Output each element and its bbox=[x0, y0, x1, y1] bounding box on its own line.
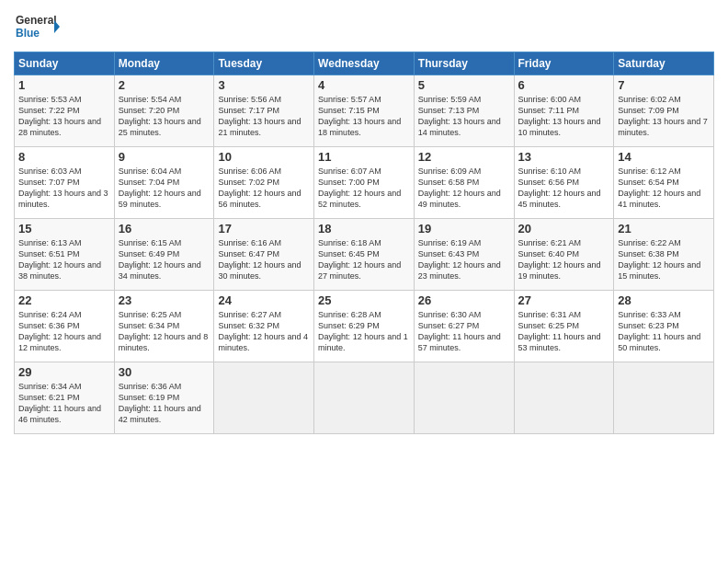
day-number: 30 bbox=[119, 365, 210, 379]
day-details: Sunrise: 6:09 AM Sunset: 6:58 PM Dayligh… bbox=[418, 166, 510, 211]
logo: General Blue bbox=[14, 9, 60, 44]
day-cell: 1Sunrise: 5:53 AM Sunset: 7:22 PM Daylig… bbox=[15, 75, 115, 147]
col-header-wednesday: Wednesday bbox=[314, 52, 415, 75]
day-cell: 30Sunrise: 6:36 AM Sunset: 6:19 PM Dayli… bbox=[114, 362, 214, 434]
svg-text:Blue: Blue bbox=[16, 27, 40, 40]
day-details: Sunrise: 6:19 AM Sunset: 6:43 PM Dayligh… bbox=[418, 237, 510, 282]
day-cell: 18Sunrise: 6:18 AM Sunset: 6:45 PM Dayli… bbox=[314, 219, 415, 291]
calendar-table: SundayMondayTuesdayWednesdayThursdayFrid… bbox=[14, 52, 714, 434]
day-number: 17 bbox=[218, 222, 310, 236]
col-header-sunday: Sunday bbox=[15, 52, 115, 75]
day-details: Sunrise: 6:13 AM Sunset: 6:51 PM Dayligh… bbox=[18, 237, 110, 282]
day-details: Sunrise: 5:59 AM Sunset: 7:13 PM Dayligh… bbox=[418, 94, 510, 139]
week-row-3: 15Sunrise: 6:13 AM Sunset: 6:51 PM Dayli… bbox=[15, 219, 714, 291]
day-details: Sunrise: 6:24 AM Sunset: 6:36 PM Dayligh… bbox=[18, 309, 110, 354]
day-number: 10 bbox=[218, 150, 310, 164]
day-number: 6 bbox=[518, 78, 610, 92]
day-number: 20 bbox=[518, 222, 610, 236]
col-header-saturday: Saturday bbox=[614, 52, 714, 75]
day-number: 1 bbox=[18, 78, 110, 92]
day-details: Sunrise: 6:00 AM Sunset: 7:11 PM Dayligh… bbox=[518, 94, 610, 139]
day-cell: 17Sunrise: 6:16 AM Sunset: 6:47 PM Dayli… bbox=[214, 219, 314, 291]
day-cell: 19Sunrise: 6:19 AM Sunset: 6:43 PM Dayli… bbox=[414, 219, 514, 291]
day-number: 14 bbox=[618, 150, 710, 164]
day-details: Sunrise: 6:33 AM Sunset: 6:23 PM Dayligh… bbox=[618, 309, 710, 354]
day-details: Sunrise: 6:12 AM Sunset: 6:54 PM Dayligh… bbox=[618, 166, 710, 211]
day-cell bbox=[314, 362, 415, 434]
logo-svg: General Blue bbox=[14, 9, 60, 44]
day-details: Sunrise: 6:22 AM Sunset: 6:38 PM Dayligh… bbox=[618, 237, 710, 282]
day-cell: 21Sunrise: 6:22 AM Sunset: 6:38 PM Dayli… bbox=[614, 219, 714, 291]
day-number: 7 bbox=[618, 78, 710, 92]
day-number: 5 bbox=[418, 78, 510, 92]
day-details: Sunrise: 6:15 AM Sunset: 6:49 PM Dayligh… bbox=[119, 237, 210, 282]
day-cell: 29Sunrise: 6:34 AM Sunset: 6:21 PM Dayli… bbox=[15, 362, 115, 434]
day-details: Sunrise: 5:57 AM Sunset: 7:15 PM Dayligh… bbox=[318, 94, 410, 139]
day-number: 18 bbox=[318, 222, 410, 236]
day-cell: 6Sunrise: 6:00 AM Sunset: 7:11 PM Daylig… bbox=[514, 75, 614, 147]
day-cell bbox=[214, 362, 314, 434]
day-details: Sunrise: 6:34 AM Sunset: 6:21 PM Dayligh… bbox=[18, 381, 110, 426]
day-cell bbox=[614, 362, 714, 434]
day-cell: 26Sunrise: 6:30 AM Sunset: 6:27 PM Dayli… bbox=[414, 291, 514, 362]
day-details: Sunrise: 6:03 AM Sunset: 7:07 PM Dayligh… bbox=[18, 166, 110, 211]
header: General Blue bbox=[14, 9, 714, 44]
day-cell bbox=[414, 362, 514, 434]
day-details: Sunrise: 6:28 AM Sunset: 6:29 PM Dayligh… bbox=[318, 309, 410, 354]
day-details: Sunrise: 6:16 AM Sunset: 6:47 PM Dayligh… bbox=[218, 237, 310, 282]
day-cell: 8Sunrise: 6:03 AM Sunset: 7:07 PM Daylig… bbox=[15, 147, 115, 219]
day-details: Sunrise: 6:18 AM Sunset: 6:45 PM Dayligh… bbox=[318, 237, 410, 282]
day-cell: 7Sunrise: 6:02 AM Sunset: 7:09 PM Daylig… bbox=[614, 75, 714, 147]
week-row-1: 1Sunrise: 5:53 AM Sunset: 7:22 PM Daylig… bbox=[15, 75, 714, 147]
day-number: 24 bbox=[218, 293, 310, 307]
day-number: 2 bbox=[119, 78, 210, 92]
day-cell: 24Sunrise: 6:27 AM Sunset: 6:32 PM Dayli… bbox=[214, 291, 314, 362]
day-details: Sunrise: 6:25 AM Sunset: 6:34 PM Dayligh… bbox=[119, 309, 210, 354]
days-header-row: SundayMondayTuesdayWednesdayThursdayFrid… bbox=[15, 52, 714, 75]
day-number: 22 bbox=[18, 293, 110, 307]
day-cell bbox=[514, 362, 614, 434]
day-number: 25 bbox=[318, 293, 410, 307]
day-number: 19 bbox=[418, 222, 510, 236]
day-cell: 28Sunrise: 6:33 AM Sunset: 6:23 PM Dayli… bbox=[614, 291, 714, 362]
day-cell: 25Sunrise: 6:28 AM Sunset: 6:29 PM Dayli… bbox=[314, 291, 415, 362]
day-number: 29 bbox=[18, 365, 110, 379]
day-details: Sunrise: 5:54 AM Sunset: 7:20 PM Dayligh… bbox=[119, 94, 210, 139]
day-details: Sunrise: 6:07 AM Sunset: 7:00 PM Dayligh… bbox=[318, 166, 410, 211]
day-cell: 12Sunrise: 6:09 AM Sunset: 6:58 PM Dayli… bbox=[414, 147, 514, 219]
day-number: 3 bbox=[218, 78, 310, 92]
week-row-4: 22Sunrise: 6:24 AM Sunset: 6:36 PM Dayli… bbox=[15, 291, 714, 362]
day-details: Sunrise: 6:04 AM Sunset: 7:04 PM Dayligh… bbox=[119, 166, 210, 211]
day-number: 8 bbox=[18, 150, 110, 164]
svg-text:General: General bbox=[16, 14, 57, 27]
day-details: Sunrise: 6:30 AM Sunset: 6:27 PM Dayligh… bbox=[418, 309, 510, 354]
day-number: 4 bbox=[318, 78, 410, 92]
day-number: 23 bbox=[119, 293, 210, 307]
day-details: Sunrise: 6:10 AM Sunset: 6:56 PM Dayligh… bbox=[518, 166, 610, 211]
day-cell: 13Sunrise: 6:10 AM Sunset: 6:56 PM Dayli… bbox=[514, 147, 614, 219]
week-row-2: 8Sunrise: 6:03 AM Sunset: 7:07 PM Daylig… bbox=[15, 147, 714, 219]
day-number: 15 bbox=[18, 222, 110, 236]
day-cell: 22Sunrise: 6:24 AM Sunset: 6:36 PM Dayli… bbox=[15, 291, 115, 362]
day-number: 27 bbox=[518, 293, 610, 307]
day-number: 28 bbox=[618, 293, 710, 307]
day-details: Sunrise: 6:21 AM Sunset: 6:40 PM Dayligh… bbox=[518, 237, 610, 282]
day-details: Sunrise: 6:06 AM Sunset: 7:02 PM Dayligh… bbox=[218, 166, 310, 211]
day-cell: 27Sunrise: 6:31 AM Sunset: 6:25 PM Dayli… bbox=[514, 291, 614, 362]
day-cell: 9Sunrise: 6:04 AM Sunset: 7:04 PM Daylig… bbox=[114, 147, 214, 219]
day-details: Sunrise: 5:53 AM Sunset: 7:22 PM Dayligh… bbox=[18, 94, 110, 139]
day-cell: 16Sunrise: 6:15 AM Sunset: 6:49 PM Dayli… bbox=[114, 219, 214, 291]
week-row-5: 29Sunrise: 6:34 AM Sunset: 6:21 PM Dayli… bbox=[15, 362, 714, 434]
day-cell: 5Sunrise: 5:59 AM Sunset: 7:13 PM Daylig… bbox=[414, 75, 514, 147]
day-cell: 3Sunrise: 5:56 AM Sunset: 7:17 PM Daylig… bbox=[214, 75, 314, 147]
day-cell: 4Sunrise: 5:57 AM Sunset: 7:15 PM Daylig… bbox=[314, 75, 415, 147]
col-header-friday: Friday bbox=[514, 52, 614, 75]
svg-marker-2 bbox=[54, 20, 60, 33]
day-cell: 20Sunrise: 6:21 AM Sunset: 6:40 PM Dayli… bbox=[514, 219, 614, 291]
day-cell: 15Sunrise: 6:13 AM Sunset: 6:51 PM Dayli… bbox=[15, 219, 115, 291]
col-header-thursday: Thursday bbox=[414, 52, 514, 75]
day-details: Sunrise: 6:27 AM Sunset: 6:32 PM Dayligh… bbox=[218, 309, 310, 354]
day-number: 12 bbox=[418, 150, 510, 164]
col-header-tuesday: Tuesday bbox=[214, 52, 314, 75]
day-details: Sunrise: 6:31 AM Sunset: 6:25 PM Dayligh… bbox=[518, 309, 610, 354]
